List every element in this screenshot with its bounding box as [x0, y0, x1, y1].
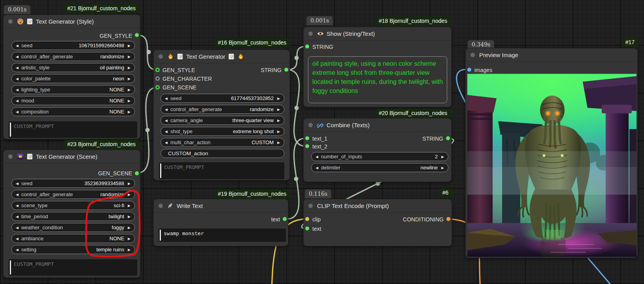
widget-mood[interactable]: ◀moodNONE▶: [11, 96, 135, 105]
widget-weather-condition[interactable]: ◀weather_conditionfoggy▶: [11, 223, 135, 232]
increment-arrow[interactable]: ▶: [128, 193, 131, 197]
increment-arrow[interactable]: ▶: [128, 55, 131, 59]
decrement-arrow[interactable]: ◀: [16, 226, 19, 230]
increment-arrow[interactable]: ▶: [277, 108, 280, 111]
increment-arrow[interactable]: ▶: [128, 248, 131, 252]
decrement-arrow[interactable]: ◀: [165, 119, 168, 123]
widget-shot-type[interactable]: ◀shot_typeextreme long shot▶: [161, 127, 284, 136]
collapse-dot[interactable]: [8, 154, 13, 159]
decrement-arrow[interactable]: ◀: [16, 204, 19, 208]
widget-scene-type[interactable]: ◀scene_typesci-fi▶: [11, 201, 135, 210]
input-slot-dot[interactable]: [155, 85, 160, 89]
widget-color-palette[interactable]: ◀color_paletteneon▶: [11, 74, 135, 83]
output-slot-dot[interactable]: [284, 68, 288, 72]
input-slot-dot[interactable]: [305, 144, 309, 148]
increment-arrow[interactable]: ▶: [128, 110, 131, 114]
widget-setting[interactable]: ◀settingtemple ruins▶: [11, 245, 135, 254]
node-show-string-text[interactable]: Show (String/Text) STRING oil painting s…: [303, 27, 452, 107]
node-preview-image[interactable]: Preview Image images: [465, 48, 638, 258]
widget-seed[interactable]: ◀seed35236399334588▶: [11, 179, 135, 188]
increment-arrow[interactable]: ▶: [128, 77, 131, 81]
node-write-text[interactable]: Write Text text swamp monster: [153, 199, 288, 246]
increment-arrow[interactable]: ▶: [128, 44, 131, 48]
node-text-generator[interactable]: Text Generator GEN_STYLE GEN_CHARACTER G…: [153, 50, 290, 180]
widget-control-after-generate[interactable]: ◀control_after_generaterandomize▶: [11, 52, 135, 61]
widget-ambiance[interactable]: ◀ambianceNONE▶: [11, 234, 135, 243]
widget-artistic-style[interactable]: ◀artistic_styleoil painting▶: [11, 63, 135, 72]
widget-time-period[interactable]: ◀time_periodtwilight▶: [11, 212, 135, 221]
output-slot-dot[interactable]: [446, 136, 450, 140]
output-slot-dot[interactable]: [283, 217, 287, 221]
collapse-dot[interactable]: [159, 204, 163, 208]
collapse-dot[interactable]: [308, 204, 313, 208]
increment-arrow[interactable]: ▶: [128, 66, 131, 70]
input-slot-dot[interactable]: [305, 217, 309, 221]
decrement-arrow[interactable]: ◀: [315, 155, 318, 159]
collapse-dot[interactable]: [470, 53, 475, 57]
input-slot-dot[interactable]: [155, 76, 160, 81]
output-slot-dot[interactable]: [135, 171, 139, 175]
increment-arrow[interactable]: ▶: [441, 166, 444, 170]
increment-arrow[interactable]: ▶: [128, 88, 131, 92]
widget-composition[interactable]: ◀compositionNONE▶: [11, 107, 135, 116]
decrement-arrow[interactable]: ◀: [165, 130, 168, 134]
increment-arrow[interactable]: ▶: [128, 226, 131, 230]
node-text-generator-scene[interactable]: Text Generator (Scene) GEN_SCENE ◀seed35…: [3, 150, 140, 278]
decrement-arrow[interactable]: ◀: [16, 44, 19, 48]
output-slot-dot[interactable]: [446, 217, 450, 221]
widget-camera-angle[interactable]: ◀camera_anglethree-quarter view▶: [161, 116, 284, 125]
decrement-arrow[interactable]: ◀: [16, 66, 19, 70]
increment-arrow[interactable]: ▶: [277, 97, 280, 100]
node-clip-text-encode[interactable]: CLIP Text Encode (Prompt) clip text COND…: [303, 199, 452, 246]
collapse-dot[interactable]: [308, 123, 313, 127]
decrement-arrow[interactable]: ◀: [16, 237, 19, 241]
collapse-dot[interactable]: [8, 19, 13, 24]
node-text-generator-style[interactable]: Text Generator (Style) GEN_STYLE ◀seed10…: [3, 15, 140, 139]
widget-seed[interactable]: ◀seed1067915992660498▶: [11, 41, 135, 50]
input-slot-dot[interactable]: [305, 226, 309, 230]
increment-arrow[interactable]: ▶: [128, 99, 131, 103]
input-slot-dot[interactable]: [305, 45, 309, 48]
increment-arrow[interactable]: ▶: [128, 204, 131, 208]
collapse-dot[interactable]: [308, 32, 313, 36]
increment-arrow[interactable]: ▶: [128, 215, 131, 219]
decrement-arrow[interactable]: ◀: [315, 166, 318, 170]
widget-lighting-type[interactable]: ◀lighting_typeNONE▶: [11, 85, 135, 94]
decrement-arrow[interactable]: ◀: [16, 88, 19, 92]
widget-number-of-inputs[interactable]: ◀number_of_inputs2▶: [311, 152, 448, 161]
widget-control-after-generate[interactable]: ◀control_after_generaterandomize▶: [161, 105, 284, 114]
widget-delimiter[interactable]: ◀delimiternewline▶: [311, 163, 448, 172]
widget-multi-char-action[interactable]: ◀multi_char_actionCUSTOM▶: [161, 138, 284, 147]
increment-arrow[interactable]: ▶: [128, 237, 131, 241]
decrement-arrow[interactable]: ◀: [165, 141, 168, 145]
text-textarea[interactable]: swamp monster: [159, 228, 286, 242]
increment-arrow[interactable]: ▶: [277, 130, 280, 134]
widget-seed[interactable]: ◀seed617744537302852▶: [161, 94, 284, 103]
decrement-arrow[interactable]: ◀: [16, 215, 19, 219]
decrement-arrow[interactable]: ◀: [165, 108, 168, 111]
custom-prompt-textarea[interactable]: CUSTOM_PROMPT: [9, 259, 137, 276]
custom-prompt-textarea[interactable]: CUSTOM_PROMPT: [9, 121, 137, 138]
decrement-arrow[interactable]: ◀: [16, 77, 19, 81]
increment-arrow[interactable]: ▶: [277, 119, 280, 123]
input-slot-dot[interactable]: [305, 136, 309, 140]
widget-control-after-generate[interactable]: ◀control_after_generaterandomize▶: [11, 190, 135, 199]
decrement-arrow[interactable]: ◀: [165, 97, 168, 100]
input-slot-dot[interactable]: [155, 68, 160, 72]
collapse-dot[interactable]: [159, 54, 163, 59]
increment-arrow[interactable]: ▶: [128, 182, 131, 186]
custom-action-button[interactable]: CUSTOM_action: [161, 149, 284, 158]
string-display-box[interactable]: oil painting style, using a neon color s…: [308, 56, 447, 103]
decrement-arrow[interactable]: ◀: [16, 55, 19, 59]
node-graph-canvas[interactable]: 0.001s #21 Bjornulf_custom_nodes #23 Bjo…: [0, 0, 644, 284]
input-slot-dot[interactable]: [467, 68, 471, 72]
output-slot-dot[interactable]: [135, 33, 139, 37]
decrement-arrow[interactable]: ◀: [16, 182, 19, 186]
node-combine-texts[interactable]: Combine (Texts) text_1 text_2 STRING ◀nu…: [303, 118, 452, 182]
decrement-arrow[interactable]: ◀: [16, 193, 19, 197]
decrement-arrow[interactable]: ◀: [16, 248, 19, 252]
increment-arrow[interactable]: ▶: [441, 155, 444, 159]
decrement-arrow[interactable]: ◀: [16, 110, 19, 114]
decrement-arrow[interactable]: ◀: [16, 99, 19, 103]
custom-prompt-textarea[interactable]: CUSTOM_PROMPT: [159, 162, 284, 179]
